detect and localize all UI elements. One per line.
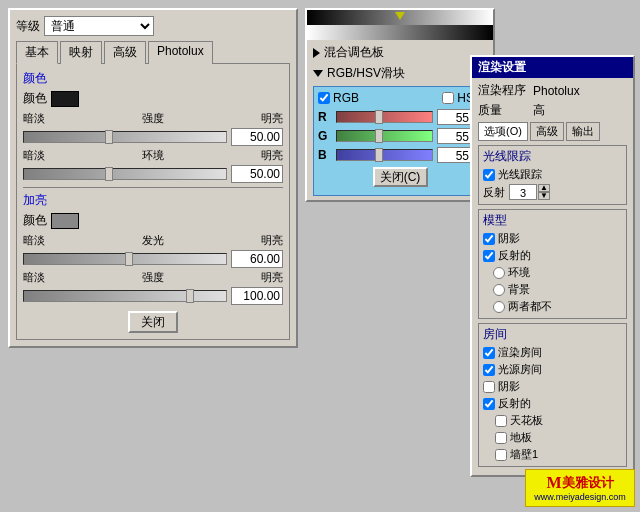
color-row-2: 颜色 <box>23 212 283 229</box>
channel-r-slider[interactable] <box>336 111 433 123</box>
value-box-2[interactable]: 50.00 <box>231 165 283 183</box>
render-header: 渲染设置 <box>472 57 633 78</box>
slider-row-2: 50.00 <box>23 165 283 183</box>
render-room-row: 渲染房间 <box>483 345 622 360</box>
light-section-title: 光线限踪 <box>483 148 622 165</box>
ceiling-label: 天花板 <box>510 413 543 428</box>
watermark-logo: M <box>546 474 561 492</box>
slider-row-4: 100.00 <box>23 287 283 305</box>
slider-track-1[interactable] <box>23 131 227 143</box>
tab-map[interactable]: 映射 <box>60 41 102 64</box>
rgb-checkbox[interactable] <box>318 92 330 104</box>
middle-panel: 混合调色板 RGB/HSV滑块 RGB HSV R 55.0 G <box>305 8 495 202</box>
section-label-1: 混合调色板 <box>324 44 384 61</box>
close-button-main[interactable]: 关闭 <box>128 311 178 333</box>
reflective-label: 反射的 <box>498 248 531 263</box>
slider-row-3: 60.00 <box>23 250 283 268</box>
slider-thumb-4[interactable] <box>186 289 194 303</box>
hsv-checkbox[interactable] <box>442 92 454 104</box>
render-tab-advanced[interactable]: 高级 <box>530 122 564 141</box>
floor-check[interactable] <box>495 432 507 444</box>
room-shadow-check[interactable] <box>483 381 495 393</box>
slider-labels-1: 暗淡 强度 明亮 <box>23 111 283 126</box>
slider-labels-3: 暗淡 发光 明亮 <box>23 233 283 248</box>
reflective-check[interactable] <box>483 250 495 262</box>
render-room-label: 渲染房间 <box>498 345 542 360</box>
render-tab-output[interactable]: 输出 <box>566 122 600 141</box>
close-button-middle[interactable]: 关闭(C) <box>373 167 428 187</box>
color-swatch-2[interactable] <box>51 213 79 229</box>
channel-b-slider[interactable] <box>336 149 433 161</box>
slider-thumb-2[interactable] <box>105 167 113 181</box>
model-section-title: 模型 <box>483 212 622 229</box>
tab-photolux[interactable]: Photolux <box>148 41 213 64</box>
env-radio-row: 环境 <box>483 265 622 280</box>
tab-advanced[interactable]: 高级 <box>104 41 146 64</box>
grade-label: 等级 <box>16 18 40 35</box>
channel-g-label: G <box>318 129 332 143</box>
shadow-label: 阴影 <box>498 231 520 246</box>
light-trace-check[interactable] <box>483 169 495 181</box>
section-header-2: RGB/HSV滑块 <box>313 65 487 82</box>
reflect-value[interactable]: 3 <box>509 184 537 200</box>
room-shadow-label: 阴影 <box>498 379 520 394</box>
env-radio[interactable] <box>493 267 505 279</box>
grade-select[interactable]: 普通 <box>44 16 154 36</box>
wall-check[interactable] <box>495 449 507 461</box>
channel-g-thumb[interactable] <box>375 129 383 143</box>
neither-radio[interactable] <box>493 301 505 313</box>
section-label-2: RGB/HSV滑块 <box>327 65 405 82</box>
floor-label: 地板 <box>510 430 532 445</box>
label-bright-2: 明亮 <box>261 148 283 163</box>
quality-row: 质量 高 <box>478 102 627 119</box>
main-panel: 等级 普通 基本 映射 高级 Photolux 颜色 颜色 暗淡 强度 明亮 5… <box>8 8 298 348</box>
tab-content: 颜色 颜色 暗淡 强度 明亮 50.00 暗淡 环境 明亮 50.00 <box>16 64 290 340</box>
shadow-row: 阴影 <box>483 231 622 246</box>
light-room-check[interactable] <box>483 364 495 376</box>
label-glow-3: 发光 <box>142 233 164 248</box>
channel-r-thumb[interactable] <box>375 110 383 124</box>
light-section: 光线限踪 光线跟踪 反射 3 ▲ ▼ <box>478 145 627 205</box>
bg-radio-row: 背景 <box>483 282 622 297</box>
color-swatch-1[interactable] <box>51 91 79 107</box>
spinner-down[interactable]: ▼ <box>538 192 550 200</box>
light-trace-label: 光线跟踪 <box>498 167 542 182</box>
neither-radio-row: 两者都不 <box>483 299 622 314</box>
channel-b-label: B <box>318 148 332 162</box>
ceiling-check[interactable] <box>495 415 507 427</box>
env-label: 环境 <box>508 265 530 280</box>
rgb-hsv-block: RGB HSV R 55.0 G 55.0 B <box>313 86 487 196</box>
value-box-3[interactable]: 60.00 <box>231 250 283 268</box>
channel-b-thumb[interactable] <box>375 148 383 162</box>
channel-row-r: R 55.0 <box>318 109 482 125</box>
rgb-label: RGB <box>333 91 359 105</box>
rgb-checkbox-row: RGB HSV <box>318 91 482 105</box>
channel-g-slider[interactable] <box>336 130 433 142</box>
highlight-section-title: 加亮 <box>23 192 283 209</box>
slider-track-2[interactable] <box>23 168 227 180</box>
shadow-check[interactable] <box>483 233 495 245</box>
slider-thumb-3[interactable] <box>125 252 133 266</box>
render-tab-options[interactable]: 选项(O) <box>478 122 528 141</box>
value-box-4[interactable]: 100.00 <box>231 287 283 305</box>
arrow-right-icon <box>313 48 320 58</box>
render-room-check[interactable] <box>483 347 495 359</box>
watermark: M 美雅设计 www.meiyadesign.com <box>525 469 635 507</box>
bg-label: 背景 <box>508 282 530 297</box>
bg-radio[interactable] <box>493 284 505 296</box>
slider-track-3[interactable] <box>23 253 227 265</box>
slider-labels-4: 暗淡 强度 明亮 <box>23 270 283 285</box>
slider-track-4[interactable] <box>23 290 227 302</box>
ceiling-row: 天花板 <box>483 413 622 428</box>
tab-basic[interactable]: 基本 <box>16 41 58 64</box>
section-header-1: 混合调色板 <box>313 44 487 61</box>
room-reflect-check[interactable] <box>483 398 495 410</box>
value-box-1[interactable]: 50.00 <box>231 128 283 146</box>
slider-thumb-1[interactable] <box>105 130 113 144</box>
channel-r-label: R <box>318 110 332 124</box>
renderer-value: Photolux <box>533 84 580 98</box>
label-dim-1: 暗淡 <box>23 111 45 126</box>
tabs-row: 基本 映射 高级 Photolux <box>16 40 290 64</box>
floor-row: 地板 <box>483 430 622 445</box>
label-dim-3: 暗淡 <box>23 233 45 248</box>
